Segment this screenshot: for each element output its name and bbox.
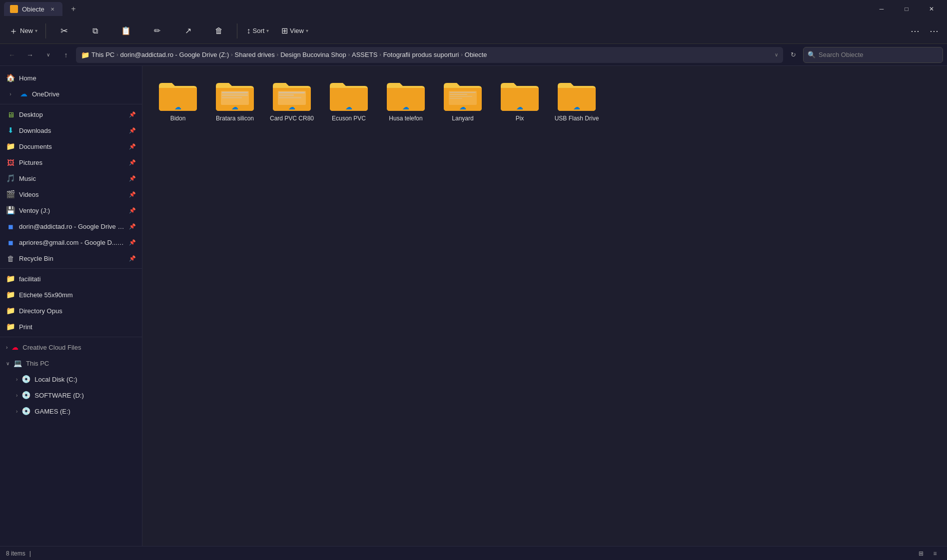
section-header-this-pc[interactable]: ∨ 💻 This PC bbox=[0, 355, 142, 371]
breadcrumb-item-3[interactable]: Design Bucovina Shop bbox=[280, 51, 346, 58]
breadcrumb-item-4[interactable]: ASSETS bbox=[352, 51, 377, 58]
sidebar-item-music[interactable]: 🎵 Music 📌 bbox=[0, 170, 142, 186]
sidebar-divider-3 bbox=[0, 337, 142, 337]
file-item-ecuson[interactable]: ☁ Ecuson PVC bbox=[321, 74, 376, 127]
sidebar-item-downloads[interactable]: ⬇ Downloads 📌 bbox=[0, 122, 142, 138]
share-button[interactable]: ↗ bbox=[173, 20, 203, 42]
folder-name: Card PVC CR80 bbox=[270, 115, 314, 123]
cut-button[interactable]: ✂ bbox=[49, 20, 79, 42]
folder-name: Pix bbox=[516, 115, 524, 123]
sidebar-item-gdrive-z[interactable]: ◼ dorin@addictad.ro - Google Drive (Z:) … bbox=[0, 218, 142, 234]
tab-close-button[interactable]: ✕ bbox=[48, 5, 56, 13]
disk-icon-d: 💿 bbox=[21, 391, 30, 400]
toolbar-extra-button[interactable]: ⋯ bbox=[925, 22, 943, 40]
forward-button[interactable]: → bbox=[22, 47, 38, 63]
maximize-button[interactable]: □ bbox=[895, 0, 918, 18]
rename-icon: ✏ bbox=[154, 26, 160, 35]
sidebar-item-ventoy[interactable]: 💾 Ventoy (J:) 📌 bbox=[0, 202, 142, 218]
list-view-button[interactable]: ≡ bbox=[929, 548, 941, 560]
status-bar-right: ⊞ ≡ bbox=[915, 548, 941, 560]
pictures-icon: 🖼 bbox=[6, 158, 15, 167]
delete-button[interactable]: 🗑 bbox=[204, 20, 234, 42]
folder-image-bidon: ☁ bbox=[158, 78, 198, 112]
folder-image-lanyard: ☁ bbox=[443, 78, 483, 112]
view-button[interactable]: ⊞ View ▾ bbox=[276, 20, 313, 42]
back-button[interactable]: ← bbox=[4, 47, 20, 63]
folder-icon-4: 📁 bbox=[6, 322, 15, 331]
breadcrumb-item-6[interactable]: Obiecte bbox=[465, 51, 487, 58]
sidebar-item-etichete[interactable]: 📁 Etichete 55x90mm bbox=[0, 287, 142, 303]
sidebar-item-facilitati[interactable]: 📁 facilitati bbox=[0, 271, 142, 287]
breadcrumb-item-5[interactable]: Fotografii produs suporturi bbox=[383, 51, 459, 58]
file-item-bratara[interactable]: ☁ Bratara silicon bbox=[207, 74, 262, 127]
folder-image-card-pvc: ☁ bbox=[272, 78, 312, 112]
rename-button[interactable]: ✏ bbox=[142, 20, 172, 42]
sidebar-item-home[interactable]: 🏠 Home bbox=[0, 70, 142, 86]
chevron-right-icon: › bbox=[16, 393, 17, 398]
breadcrumb[interactable]: 📁 This PC › dorin@addictad.ro - Google D… bbox=[76, 47, 783, 63]
file-item-bidon[interactable]: ☁ Bidon bbox=[150, 74, 205, 127]
sidebar-item-videos[interactable]: 🎬 Videos 📌 bbox=[0, 186, 142, 202]
folder-icon-1: 📁 bbox=[6, 274, 15, 283]
toolbar-more-button[interactable]: ⋯ bbox=[906, 22, 924, 40]
forward-icon: → bbox=[26, 51, 33, 59]
folder-image-husa: ☁ bbox=[386, 78, 426, 112]
file-item-usb[interactable]: ☁ USB Flash Drive bbox=[549, 74, 604, 127]
toolbar-separator-2 bbox=[237, 23, 237, 38]
sidebar-item-gdrive-y[interactable]: ◼ apriores@gmail.com - Google D... (Y:) … bbox=[0, 234, 142, 250]
sidebar-item-onedrive[interactable]: › ☁ OneDrive bbox=[0, 86, 142, 102]
sidebar-item-print[interactable]: 📁 Print bbox=[0, 319, 142, 335]
sidebar-item-label: SOFTWARE (D:) bbox=[34, 392, 136, 399]
file-item-lanyard[interactable]: ☁ Lanyard bbox=[435, 74, 490, 127]
dropdown-button[interactable]: ∨ bbox=[40, 47, 56, 63]
sidebar-item-documents[interactable]: 📁 Documents 📌 bbox=[0, 138, 142, 154]
refresh-button[interactable]: ↻ bbox=[785, 47, 801, 63]
new-button[interactable]: ＋ New ▾ bbox=[4, 20, 42, 42]
sort-button[interactable]: ↕ Sort ▾ bbox=[240, 20, 275, 42]
file-item-husa[interactable]: ☁ Husa telefon bbox=[378, 74, 433, 127]
sidebar-divider-1 bbox=[0, 104, 142, 104]
search-box[interactable]: 🔍 bbox=[803, 47, 943, 63]
cloud-badge: ☁ bbox=[174, 103, 181, 111]
sidebar-item-software-d[interactable]: › 💿 SOFTWARE (D:) bbox=[10, 387, 142, 403]
copy-button[interactable]: ⧉ bbox=[80, 20, 110, 42]
window-controls: ─ □ ✕ bbox=[870, 0, 943, 18]
search-input[interactable] bbox=[819, 51, 939, 58]
search-icon: 🔍 bbox=[808, 51, 816, 58]
new-tab-button[interactable]: + bbox=[66, 2, 80, 16]
breadcrumb-item-1[interactable]: dorin@addictad.ro - Google Drive (Z:) bbox=[120, 51, 229, 58]
file-item-pix[interactable]: ☁ Pix bbox=[492, 74, 547, 127]
pin-icon: 📌 bbox=[129, 175, 136, 182]
pin-icon: 📌 bbox=[129, 223, 136, 230]
tab[interactable]: Obiecte ✕ bbox=[4, 2, 62, 16]
sidebar-item-local-disk-c[interactable]: › 💿 Local Disk (C:) bbox=[10, 371, 142, 387]
sidebar-item-pictures[interactable]: 🖼 Pictures 📌 bbox=[0, 154, 142, 170]
chevron-right-icon: › bbox=[6, 89, 15, 98]
cut-icon: ✂ bbox=[60, 25, 68, 36]
breadcrumb-item-2[interactable]: Shared drives bbox=[235, 51, 275, 58]
sidebar-item-games-e[interactable]: › 💿 GAMES (E:) bbox=[10, 403, 142, 419]
sidebar-item-label: Local Disk (C:) bbox=[34, 376, 136, 383]
section-header-creative-cloud[interactable]: › ☁ Creative Cloud Files bbox=[0, 339, 142, 355]
pin-icon: 📌 bbox=[129, 255, 136, 262]
music-icon: 🎵 bbox=[6, 174, 15, 183]
home-label: Home bbox=[19, 74, 136, 82]
grid-view-button[interactable]: ⊞ bbox=[915, 548, 927, 560]
breadcrumb-item-0[interactable]: This PC bbox=[91, 51, 114, 58]
tab-folder-icon bbox=[10, 5, 18, 13]
up-button[interactable]: ↑ bbox=[58, 47, 74, 63]
folder-image-pix: ☁ bbox=[500, 78, 540, 112]
sidebar-item-recycle[interactable]: 🗑 Recycle Bin 📌 bbox=[0, 250, 142, 266]
tab-title: Obiecte bbox=[22, 5, 44, 13]
cloud-badge: ☁ bbox=[573, 103, 580, 111]
paste-button[interactable]: 📋 bbox=[111, 20, 141, 42]
file-item-card-pvc[interactable]: ☁ Card PVC CR80 bbox=[264, 74, 319, 127]
close-window-button[interactable]: ✕ bbox=[920, 0, 943, 18]
svg-rect-3 bbox=[222, 97, 242, 98]
sidebar-item-label: apriores@gmail.com - Google D... (Y:) bbox=[19, 239, 125, 246]
chevron-right-icon: › bbox=[16, 409, 17, 414]
minimize-button[interactable]: ─ bbox=[870, 0, 893, 18]
sidebar-item-directory-opus[interactable]: 📁 Directory Opus bbox=[0, 303, 142, 319]
pin-icon: 📌 bbox=[129, 143, 136, 150]
sidebar-item-desktop[interactable]: 🖥 Desktop 📌 bbox=[0, 106, 142, 122]
